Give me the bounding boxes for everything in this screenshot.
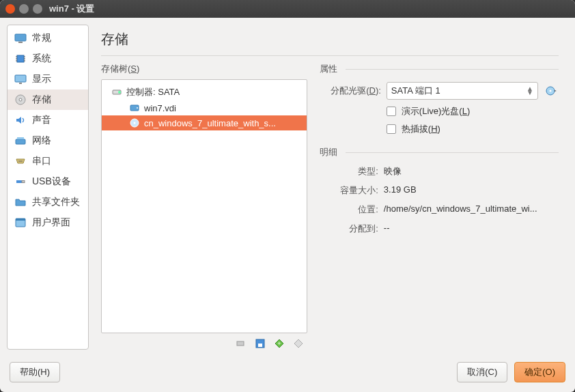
- sidebar-item-system[interactable]: 系统: [8, 48, 88, 69]
- detail-value-size: 3.19 GB: [384, 184, 559, 197]
- display-icon: [14, 73, 27, 85]
- svg-rect-30: [258, 344, 262, 347]
- svg-point-12: [19, 98, 22, 101]
- sidebar-item-serial[interactable]: 串口: [8, 151, 88, 171]
- cancel-button[interactable]: 取消(C): [457, 362, 507, 382]
- monitor-icon: [14, 32, 27, 44]
- controller-icon: [111, 87, 122, 98]
- svg-point-33: [550, 90, 552, 92]
- detail-label-attached: 分配到:: [320, 223, 378, 235]
- sidebar-item-network[interactable]: 网络: [8, 130, 88, 151]
- sidebar-item-label: 常规: [32, 32, 51, 44]
- svg-point-27: [134, 122, 136, 124]
- ok-button[interactable]: 确定(O): [514, 362, 565, 382]
- save-icon[interactable]: [254, 337, 266, 350]
- live-cd-checkbox[interactable]: [387, 107, 396, 116]
- tree-item-label: win7.vdi: [144, 103, 176, 113]
- sidebar-item-label: 显示: [32, 73, 51, 85]
- main-panel: 存储 存储树(S) 控制器: SATA win7.vdi: [89, 25, 568, 350]
- tree-toolbar: +: [101, 333, 307, 350]
- sidebar-item-label: USB设备: [32, 176, 71, 188]
- detail-value-location: /home/sy/cn_windows_7_ultimate_wi...: [384, 204, 559, 216]
- sidebar-item-label: 用户界面: [32, 216, 70, 229]
- titlebar: win7 - 设置: [0, 0, 575, 18]
- sidebar-item-audio[interactable]: 声音: [8, 110, 88, 130]
- detail-value-type: 映像: [384, 165, 559, 178]
- drive-label: 分配光驱(D):: [320, 85, 381, 97]
- choose-disc-icon[interactable]: [544, 83, 559, 98]
- spinner-arrows-icon: ▲▼: [527, 87, 533, 95]
- sidebar-item-display[interactable]: 显示: [8, 69, 88, 89]
- detail-label-type: 类型:: [320, 165, 378, 178]
- svg-rect-2: [17, 55, 24, 62]
- sound-icon: [14, 114, 27, 126]
- svg-rect-28: [237, 341, 244, 346]
- controller-row[interactable]: 控制器: SATA: [102, 84, 307, 100]
- svg-rect-0: [15, 34, 26, 41]
- help-button[interactable]: 帮助(H): [10, 362, 60, 382]
- sidebar-item-storage[interactable]: 存储: [8, 89, 88, 110]
- hotplug-label: 热插拔(H): [402, 123, 440, 135]
- sidebar-item-label: 声音: [32, 114, 51, 126]
- sidebar-item-user-interface[interactable]: 用户界面: [8, 212, 88, 233]
- drive-select[interactable]: SATA 端口 1 ▲▼: [387, 82, 538, 100]
- drive-select-value: SATA 端口 1: [391, 85, 440, 97]
- svg-rect-10: [19, 83, 22, 84]
- details-label: 明细: [320, 146, 343, 158]
- svg-rect-13: [16, 139, 25, 144]
- ui-icon: [14, 216, 27, 229]
- detail-label-location: 位置:: [320, 204, 378, 216]
- add-controller-icon[interactable]: [235, 337, 247, 350]
- network-icon: [14, 135, 27, 147]
- svg-point-25: [137, 107, 138, 109]
- attributes-section: 属性 分配光驱(D): SATA 端口 1 ▲▼ 演示(Live)光盘(L: [320, 63, 559, 350]
- tree-item-vdi[interactable]: win7.vdi: [102, 100, 307, 115]
- detail-label-size: 容量大小:: [320, 184, 378, 197]
- tree-item-iso[interactable]: cn_windows_7_ultimate_with_s...: [102, 115, 307, 130]
- sidebar-item-label: 串口: [32, 155, 51, 167]
- svg-point-17: [21, 160, 23, 162]
- svg-rect-18: [16, 180, 22, 183]
- settings-window: win7 - 设置 常规 系统 显示 存储 声音: [0, 0, 575, 392]
- add-attachment-icon[interactable]: +: [273, 337, 285, 350]
- svg-rect-14: [17, 137, 24, 139]
- svg-rect-9: [15, 75, 26, 82]
- window-title: win7 - 设置: [49, 3, 94, 15]
- dialog-footer: 帮助(H) 取消(C) 确定(O): [0, 356, 575, 392]
- tree-item-label: cn_windows_7_ultimate_with_s...: [144, 118, 276, 128]
- sidebar-item-label: 存储: [32, 94, 51, 106]
- maximize-icon[interactable]: [33, 4, 42, 14]
- svg-text:+: +: [277, 340, 281, 347]
- svg-point-23: [118, 91, 121, 94]
- sidebar-item-label: 共享文件夹: [32, 196, 80, 208]
- disc-icon: [129, 117, 140, 128]
- disk-icon: [14, 94, 27, 106]
- close-icon[interactable]: [5, 4, 15, 14]
- svg-point-15: [18, 160, 20, 162]
- attributes-label: 属性: [320, 63, 343, 75]
- sidebar-item-shared-folders[interactable]: 共享文件夹: [8, 192, 88, 212]
- svg-rect-19: [22, 181, 25, 183]
- sidebar-item-label: 网络: [32, 135, 51, 147]
- usb-icon: [14, 176, 27, 188]
- svg-rect-1: [18, 42, 23, 43]
- sidebar-item-label: 系统: [32, 53, 51, 65]
- live-cd-label: 演示(Live)光盘(L): [402, 105, 470, 117]
- hdd-icon: [129, 102, 140, 113]
- sidebar: 常规 系统 显示 存储 声音 网络: [7, 25, 89, 350]
- svg-rect-21: [16, 219, 25, 221]
- folder-icon: [14, 196, 27, 208]
- minimize-icon[interactable]: [19, 4, 29, 14]
- hotplug-checkbox[interactable]: [387, 124, 396, 134]
- page-title: 存储: [101, 25, 559, 56]
- controller-label: 控制器: SATA: [126, 86, 180, 98]
- sidebar-item-general[interactable]: 常规: [8, 28, 88, 48]
- detail-value-attached: --: [384, 223, 559, 235]
- storage-tree-section: 存储树(S) 控制器: SATA win7.vdi cn_windows_: [101, 63, 307, 350]
- serial-icon: [14, 155, 27, 167]
- storage-tree[interactable]: 控制器: SATA win7.vdi cn_windows_7_ultimate…: [101, 79, 307, 333]
- svg-point-16: [20, 160, 21, 162]
- remove-attachment-icon[interactable]: [292, 337, 305, 350]
- storage-tree-label: 存储树(S): [101, 63, 307, 75]
- sidebar-item-usb[interactable]: USB设备: [8, 171, 88, 192]
